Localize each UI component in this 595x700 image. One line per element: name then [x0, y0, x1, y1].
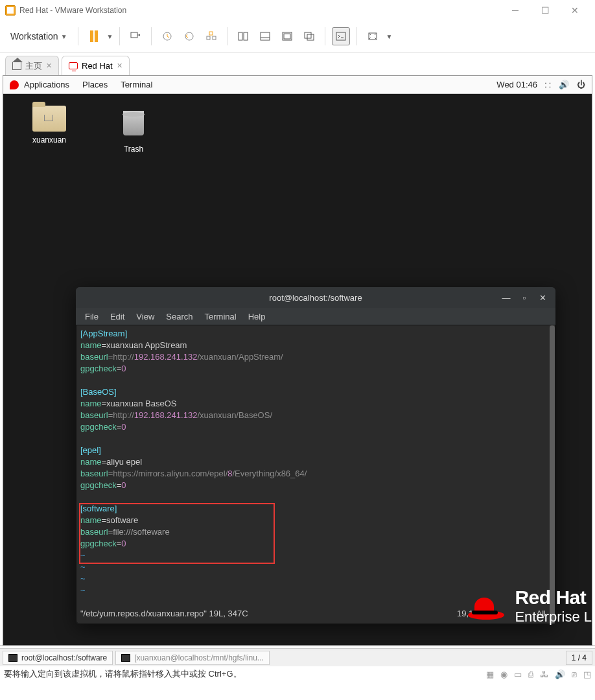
terminal-close-button[interactable]: ✕ — [533, 287, 552, 308]
value: =http:// — [108, 352, 134, 362]
svg-rect-7 — [244, 32, 248, 40]
highlight-box — [79, 503, 275, 564]
trash-label: Trash — [104, 145, 163, 154]
taskbar-item-terminal[interactable]: root@localhost:/software — [3, 651, 113, 665]
snapshot-button[interactable] — [158, 27, 176, 45]
toolbar: Workstation ▼ ▼ ▼ — [0, 21, 595, 52]
key: name — [80, 399, 102, 408]
maximize-button[interactable]: ☐ — [530, 0, 560, 21]
separator — [119, 27, 120, 45]
stretch-button[interactable] — [364, 27, 382, 45]
menu-help[interactable]: Help — [248, 312, 266, 321]
separator — [325, 27, 325, 45]
repo-header: [AppStream] — [80, 329, 127, 338]
panel-terminal[interactable]: Terminal — [121, 80, 152, 89]
close-icon[interactable]: ✕ — [46, 62, 52, 70]
fedora-hat-icon — [468, 592, 504, 620]
svg-rect-13 — [307, 34, 314, 40]
gnome-panel: Applications Places Terminal Wed 01:46 ⸬… — [3, 76, 592, 94]
value: 192.168.241.132 — [134, 410, 198, 420]
taskbar-item-label: root@localhost:/software — [21, 653, 107, 662]
terminal-minimize-button[interactable]: — — [497, 287, 515, 308]
view-fullscreen-button[interactable] — [278, 27, 296, 45]
terminal-title-text: root@localhost:/software — [269, 293, 362, 303]
tab-home[interactable]: 主页 ✕ — [5, 56, 59, 75]
revert-button[interactable] — [180, 27, 198, 45]
svg-rect-3 — [207, 36, 210, 40]
vm-hint-bar: 要将输入定向到该虚拟机，请将鼠标指针移入其中或按 Ctrl+G。 ▦ ◉ ▭ ⎙… — [0, 666, 595, 682]
view-single-button[interactable] — [234, 27, 252, 45]
trash-icon — [121, 111, 146, 141]
value: =http:// — [108, 410, 134, 420]
network-icon[interactable]: ⸬ — [545, 80, 551, 90]
key: gpgcheck — [80, 364, 117, 373]
value: /xuanxuan/BaseOS/ — [197, 410, 272, 420]
panel-clock[interactable]: Wed 01:46 — [496, 80, 537, 89]
value: /xuanxuan/AppStream/ — [197, 352, 283, 362]
manage-snapshot-button[interactable] — [202, 27, 220, 45]
tab-bar: 主页 ✕ Red Hat ✕ — [0, 52, 595, 75]
key: name — [80, 340, 102, 350]
device-icon[interactable]: ⎙ — [528, 670, 533, 679]
menu-search[interactable]: Search — [166, 312, 192, 321]
key: gpgcheck — [80, 480, 117, 490]
power-icon[interactable]: ⏻ — [577, 80, 585, 90]
terminal-body[interactable]: [AppStream] name=xuanxuan AppStream base… — [76, 325, 555, 624]
folder-icon — [32, 106, 66, 132]
scrollbar[interactable] — [550, 325, 555, 624]
tab-redhat[interactable]: Red Hat ✕ — [62, 56, 130, 75]
value: 0 — [121, 422, 126, 432]
vm-taskbar: root@localhost:/software [xuanxuan@local… — [0, 648, 595, 666]
device-icon[interactable]: ⎚ — [572, 670, 577, 679]
terminal-maximize-button[interactable]: ▫ — [515, 287, 533, 308]
home-icon — [12, 62, 21, 70]
device-icon[interactable]: ◉ — [500, 670, 508, 679]
menu-edit[interactable]: Edit — [110, 312, 124, 321]
device-icon[interactable]: ▦ — [486, 670, 494, 679]
menu-view[interactable]: View — [136, 312, 154, 321]
chevron-down-icon[interactable]: ▼ — [107, 33, 113, 40]
terminal-titlebar[interactable]: root@localhost:/software — ▫ ✕ — [76, 287, 555, 308]
vim-tilde: ~ — [80, 585, 86, 595]
workspace-counter[interactable]: 1 / 4 — [566, 651, 592, 665]
terminal-window[interactable]: root@localhost:/software — ▫ ✕ File Edit… — [76, 287, 555, 624]
volume-icon[interactable]: 🔊 — [559, 80, 569, 90]
pause-button[interactable] — [85, 27, 103, 45]
close-button[interactable]: ✕ — [560, 0, 590, 21]
chevron-down-icon[interactable]: ▼ — [386, 33, 392, 40]
separator — [356, 27, 357, 45]
desktop[interactable]: xuanxuan Trash root@localhost:/software … — [3, 94, 592, 645]
device-icon[interactable]: 🔊 — [555, 670, 565, 679]
key: baseurl — [80, 352, 108, 362]
workstation-menu[interactable]: Workstation ▼ — [6, 29, 71, 44]
view-unity-button[interactable] — [300, 27, 318, 45]
view-thumb-button[interactable] — [256, 27, 274, 45]
separator — [227, 27, 228, 45]
tab-home-label: 主页 — [25, 60, 42, 72]
chevron-down-icon: ▼ — [61, 33, 67, 40]
panel-places[interactable]: Places — [82, 80, 108, 89]
value: 0 — [121, 480, 126, 490]
send-button[interactable] — [126, 27, 145, 45]
minimize-button[interactable]: ─ — [500, 0, 530, 21]
device-icon[interactable]: ◳ — [583, 670, 591, 679]
window-title: Red Hat - VMware Workstation — [19, 6, 500, 15]
vim-tilde: ~ — [80, 574, 86, 583]
svg-rect-11 — [284, 34, 290, 39]
value: =https://mirrors.aliyun.com/epel/ — [108, 469, 228, 478]
device-icon[interactable]: 🖧 — [540, 670, 548, 679]
menu-terminal[interactable]: Terminal — [205, 312, 237, 321]
console-button[interactable] — [332, 27, 350, 45]
menu-file[interactable]: File — [85, 312, 99, 321]
panel-applications[interactable]: Applications — [24, 80, 69, 89]
terminal-menu: File Edit View Search Terminal Help — [76, 308, 555, 325]
svg-rect-12 — [305, 32, 311, 38]
terminal-icon — [8, 654, 18, 662]
device-icon[interactable]: ▭ — [514, 670, 522, 679]
vm-display[interactable]: Applications Places Terminal Wed 01:46 ⸬… — [3, 75, 592, 646]
taskbar-item-terminal-2[interactable]: [xuanxuan@localhost:/mnt/hgfs/linu... — [115, 651, 270, 665]
desktop-trash[interactable]: Trash — [104, 106, 163, 154]
terminal-icon — [121, 654, 130, 662]
close-icon[interactable]: ✕ — [117, 62, 122, 70]
desktop-folder-xuanxuan[interactable]: xuanxuan — [20, 106, 78, 145]
